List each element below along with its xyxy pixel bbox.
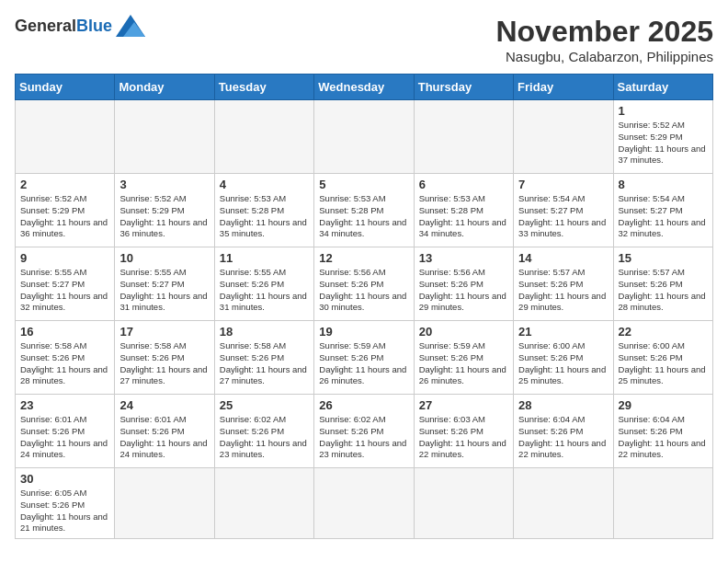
calendar-cell: 3Sunrise: 5:52 AM Sunset: 5:29 PM Daylig…: [115, 174, 214, 247]
day-info: Sunrise: 6:01 AM Sunset: 5:26 PM Dayligh…: [20, 414, 109, 461]
day-number: 13: [419, 251, 508, 265]
day-info: Sunrise: 6:00 AM Sunset: 5:26 PM Dayligh…: [518, 340, 608, 387]
weekday-header-sunday: Sunday: [16, 75, 115, 100]
calendar-cell: [414, 468, 513, 539]
day-info: Sunrise: 5:58 AM Sunset: 5:26 PM Dayligh…: [20, 340, 109, 387]
day-info: Sunrise: 5:54 AM Sunset: 5:27 PM Dayligh…: [518, 193, 608, 240]
calendar-cell: 10Sunrise: 5:55 AM Sunset: 5:27 PM Dayli…: [115, 247, 214, 321]
day-info: Sunrise: 6:03 AM Sunset: 5:26 PM Dayligh…: [419, 414, 508, 461]
day-number: 12: [319, 251, 408, 265]
day-info: Sunrise: 5:52 AM Sunset: 5:29 PM Dayligh…: [119, 193, 209, 240]
calendar-week-row: 30Sunrise: 6:05 AM Sunset: 5:26 PM Dayli…: [16, 468, 713, 539]
month-title: November 2025: [495, 15, 713, 49]
calendar-cell: 7Sunrise: 5:54 AM Sunset: 5:27 PM Daylig…: [514, 174, 613, 247]
day-info: Sunrise: 6:04 AM Sunset: 5:26 PM Dayligh…: [619, 414, 708, 461]
calendar-cell: [214, 100, 313, 174]
day-number: 17: [119, 325, 209, 339]
calendar-cell: [414, 100, 513, 174]
day-number: 15: [619, 251, 708, 265]
title-area: November 2025 Nasugbu, Calabarzon, Phili…: [495, 15, 713, 64]
calendar-cell: 19Sunrise: 5:59 AM Sunset: 5:26 PM Dayli…: [314, 321, 414, 395]
day-info: Sunrise: 5:56 AM Sunset: 5:26 PM Dayligh…: [419, 267, 508, 314]
day-number: 22: [619, 325, 708, 339]
calendar-week-row: 1Sunrise: 5:52 AM Sunset: 5:29 PM Daylig…: [16, 100, 713, 174]
calendar-cell: 9Sunrise: 5:55 AM Sunset: 5:27 PM Daylig…: [16, 247, 115, 321]
calendar-cell: 13Sunrise: 5:56 AM Sunset: 5:26 PM Dayli…: [414, 247, 513, 321]
weekday-header-saturday: Saturday: [613, 75, 712, 100]
calendar-cell: 4Sunrise: 5:53 AM Sunset: 5:28 PM Daylig…: [214, 174, 313, 247]
calendar-cell: [613, 468, 712, 539]
calendar-cell: 8Sunrise: 5:54 AM Sunset: 5:27 PM Daylig…: [613, 174, 712, 247]
calendar-week-row: 9Sunrise: 5:55 AM Sunset: 5:27 PM Daylig…: [16, 247, 713, 321]
day-info: Sunrise: 5:54 AM Sunset: 5:27 PM Dayligh…: [619, 193, 708, 240]
day-number: 3: [119, 178, 209, 191]
day-number: 8: [619, 178, 708, 191]
day-number: 26: [319, 398, 408, 412]
day-info: Sunrise: 5:55 AM Sunset: 5:27 PM Dayligh…: [119, 267, 209, 314]
calendar-cell: 30Sunrise: 6:05 AM Sunset: 5:26 PM Dayli…: [16, 468, 115, 539]
calendar-table: SundayMondayTuesdayWednesdayThursdayFrid…: [15, 74, 713, 539]
calendar-cell: [115, 468, 214, 539]
logo-icon: [116, 15, 145, 37]
calendar-cell: 11Sunrise: 5:55 AM Sunset: 5:26 PM Dayli…: [214, 247, 313, 321]
calendar-cell: 24Sunrise: 6:01 AM Sunset: 5:26 PM Dayli…: [115, 395, 214, 468]
calendar-cell: 18Sunrise: 5:58 AM Sunset: 5:26 PM Dayli…: [214, 321, 313, 395]
day-number: 19: [319, 325, 408, 339]
day-number: 23: [20, 398, 109, 412]
weekday-header-tuesday: Tuesday: [214, 75, 313, 100]
calendar-week-row: 2Sunrise: 5:52 AM Sunset: 5:29 PM Daylig…: [16, 174, 713, 247]
day-info: Sunrise: 5:53 AM Sunset: 5:28 PM Dayligh…: [419, 193, 508, 240]
calendar-cell: 25Sunrise: 6:02 AM Sunset: 5:26 PM Dayli…: [214, 395, 313, 468]
day-info: Sunrise: 5:55 AM Sunset: 5:27 PM Dayligh…: [20, 267, 109, 314]
calendar-cell: 2Sunrise: 5:52 AM Sunset: 5:29 PM Daylig…: [16, 174, 115, 247]
day-number: 9: [20, 251, 109, 265]
day-number: 25: [220, 398, 309, 412]
logo-general-text: General: [15, 17, 76, 36]
calendar-cell: 28Sunrise: 6:04 AM Sunset: 5:26 PM Dayli…: [514, 395, 613, 468]
day-info: Sunrise: 6:02 AM Sunset: 5:26 PM Dayligh…: [220, 414, 309, 461]
day-info: Sunrise: 5:59 AM Sunset: 5:26 PM Dayligh…: [319, 340, 408, 387]
calendar-cell: [214, 468, 313, 539]
day-info: Sunrise: 6:02 AM Sunset: 5:26 PM Dayligh…: [319, 414, 408, 461]
day-info: Sunrise: 5:53 AM Sunset: 5:28 PM Dayligh…: [319, 193, 408, 240]
calendar-cell: 16Sunrise: 5:58 AM Sunset: 5:26 PM Dayli…: [16, 321, 115, 395]
day-number: 16: [20, 325, 109, 339]
day-number: 30: [20, 472, 109, 486]
weekday-header-thursday: Thursday: [414, 75, 513, 100]
weekday-header-row: SundayMondayTuesdayWednesdayThursdayFrid…: [16, 75, 713, 100]
calendar-cell: 26Sunrise: 6:02 AM Sunset: 5:26 PM Dayli…: [314, 395, 414, 468]
weekday-header-wednesday: Wednesday: [314, 75, 414, 100]
day-number: 24: [119, 398, 209, 412]
calendar-cell: 20Sunrise: 5:59 AM Sunset: 5:26 PM Dayli…: [414, 321, 513, 395]
day-number: 1: [619, 104, 708, 118]
day-number: 11: [220, 251, 309, 265]
calendar-cell: 14Sunrise: 5:57 AM Sunset: 5:26 PM Dayli…: [514, 247, 613, 321]
day-info: Sunrise: 5:52 AM Sunset: 5:29 PM Dayligh…: [20, 193, 109, 240]
calendar-cell: [314, 100, 414, 174]
calendar-week-row: 23Sunrise: 6:01 AM Sunset: 5:26 PM Dayli…: [16, 395, 713, 468]
calendar-cell: [514, 100, 613, 174]
calendar-cell: 23Sunrise: 6:01 AM Sunset: 5:26 PM Dayli…: [16, 395, 115, 468]
day-info: Sunrise: 5:58 AM Sunset: 5:26 PM Dayligh…: [220, 340, 309, 387]
day-info: Sunrise: 5:53 AM Sunset: 5:28 PM Dayligh…: [220, 193, 309, 240]
header: General Blue November 2025 Nasugbu, Cala…: [15, 15, 713, 64]
day-number: 21: [518, 325, 608, 339]
day-info: Sunrise: 6:05 AM Sunset: 5:26 PM Dayligh…: [20, 488, 109, 534]
day-number: 27: [419, 398, 508, 412]
calendar-cell: 27Sunrise: 6:03 AM Sunset: 5:26 PM Dayli…: [414, 395, 513, 468]
day-number: 28: [518, 398, 608, 412]
calendar-cell: 22Sunrise: 6:00 AM Sunset: 5:26 PM Dayli…: [613, 321, 712, 395]
day-info: Sunrise: 6:04 AM Sunset: 5:26 PM Dayligh…: [518, 414, 608, 461]
day-number: 6: [419, 178, 508, 191]
day-number: 7: [518, 178, 608, 191]
calendar-cell: 5Sunrise: 5:53 AM Sunset: 5:28 PM Daylig…: [314, 174, 414, 247]
calendar-cell: 29Sunrise: 6:04 AM Sunset: 5:26 PM Dayli…: [613, 395, 712, 468]
day-number: 5: [319, 178, 408, 191]
calendar-cell: [115, 100, 214, 174]
weekday-header-friday: Friday: [514, 75, 613, 100]
calendar-cell: 21Sunrise: 6:00 AM Sunset: 5:26 PM Dayli…: [514, 321, 613, 395]
day-info: Sunrise: 5:55 AM Sunset: 5:26 PM Dayligh…: [220, 267, 309, 314]
day-info: Sunrise: 6:01 AM Sunset: 5:26 PM Dayligh…: [119, 414, 209, 461]
day-number: 10: [119, 251, 209, 265]
day-info: Sunrise: 5:59 AM Sunset: 5:26 PM Dayligh…: [419, 340, 508, 387]
